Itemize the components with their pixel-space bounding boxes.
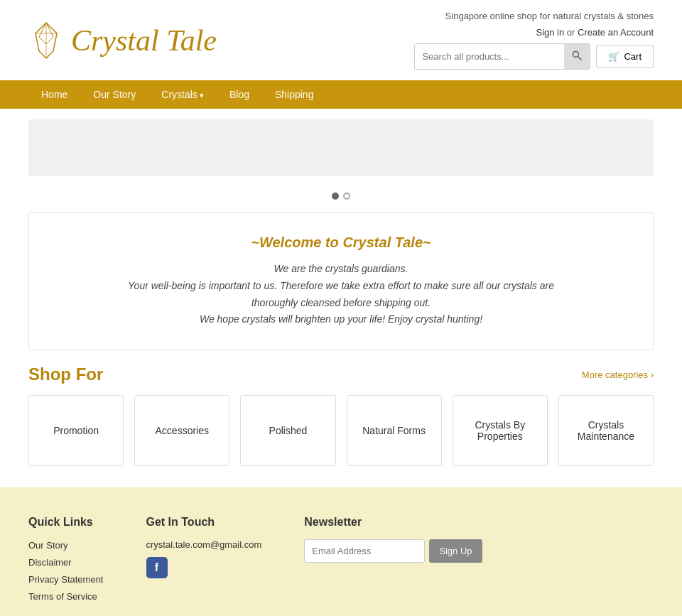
- welcome-title: ~Welcome to Crystal Tale~: [72, 234, 610, 251]
- svg-point-4: [573, 51, 579, 57]
- slider-dot-2[interactable]: [343, 193, 350, 200]
- quick-links-list: Our Story Disclaimer Privacy Statement T…: [28, 539, 104, 602]
- nav-link-crystals[interactable]: Crystals: [148, 80, 217, 109]
- tagline: Singapore online shop for natural crysta…: [445, 11, 654, 21]
- nav-link-home[interactable]: Home: [28, 80, 80, 109]
- footer-get-in-touch: Get In Touch crystal.tale.com@gmail.com …: [146, 516, 262, 607]
- category-polished[interactable]: Polished: [240, 395, 335, 466]
- category-natural-forms[interactable]: Natural Forms: [347, 395, 442, 466]
- welcome-line2: Your well-being is important to us. Ther…: [128, 280, 554, 291]
- newsletter-form: Sign Up: [304, 539, 482, 563]
- main-nav: Home Our Story Crystals Blog Shipping: [0, 80, 682, 109]
- newsletter-title: Newsletter: [304, 516, 482, 529]
- category-crystals-maintenance[interactable]: Crystals Maintenance: [558, 395, 654, 466]
- slider-dots: [0, 187, 682, 205]
- quick-links-title: Quick Links: [28, 516, 104, 529]
- header-right: Singapore online shop for natural crysta…: [414, 11, 654, 70]
- footer-top: Quick Links Our Story Disclaimer Privacy…: [28, 516, 654, 607]
- cart-icon: 🛒: [608, 51, 619, 62]
- header-actions: 🛒 Cart: [414, 43, 654, 70]
- newsletter-signup-button[interactable]: Sign Up: [429, 539, 482, 563]
- categories-grid: Promotion Accessories Polished Natural F…: [28, 395, 654, 466]
- welcome-section: ~Welcome to Crystal Tale~ We are the cry…: [28, 212, 654, 350]
- footer: Quick Links Our Story Disclaimer Privacy…: [0, 487, 682, 616]
- search-box: [414, 43, 590, 70]
- welcome-line4: We hope crystals will brighten up your l…: [200, 313, 482, 325]
- shop-header: Shop For More categories ›: [28, 364, 654, 384]
- search-icon: [571, 50, 583, 61]
- welcome-line1: We are the crystals guardians.: [274, 263, 408, 274]
- shop-section: Shop For More categories › Promotion Acc…: [28, 364, 654, 466]
- nav-list: Home Our Story Crystals Blog Shipping: [28, 80, 654, 109]
- shop-title: Shop For: [28, 364, 103, 384]
- slider-dot-1[interactable]: [332, 193, 339, 200]
- create-account-link[interactable]: Create an Account: [578, 27, 654, 38]
- nav-link-shipping[interactable]: Shipping: [262, 80, 327, 109]
- newsletter-email-input[interactable]: [304, 539, 425, 563]
- list-item: Disclaimer: [28, 556, 104, 568]
- nav-item-blog: Blog: [217, 80, 262, 109]
- cart-label: Cart: [624, 51, 642, 62]
- logo-icon: [28, 19, 64, 62]
- contact-email: crystal.tale.com@gmail.com: [146, 539, 262, 550]
- header: Crystal Tale Singapore online shop for n…: [0, 0, 682, 80]
- sign-in-link[interactable]: Sign in: [536, 27, 564, 38]
- quick-link-our-story[interactable]: Our Story: [28, 540, 68, 551]
- quick-link-terms[interactable]: Terms of Service: [28, 591, 97, 602]
- cart-button[interactable]: 🛒 Cart: [596, 45, 654, 68]
- search-input[interactable]: [415, 45, 564, 67]
- search-button[interactable]: [564, 44, 590, 69]
- list-item: Privacy Statement: [28, 573, 104, 585]
- get-in-touch-title: Get In Touch: [146, 516, 262, 529]
- nav-link-our-story[interactable]: Our Story: [80, 80, 148, 109]
- more-categories-link[interactable]: More categories ›: [582, 369, 654, 380]
- welcome-text: We are the crystals guardians. Your well…: [72, 261, 610, 328]
- list-item: Our Story: [28, 539, 104, 551]
- footer-newsletter: Newsletter Sign Up: [304, 516, 482, 607]
- hero-slider: [28, 119, 654, 176]
- svg-line-5: [578, 57, 582, 60]
- nav-item-shipping: Shipping: [262, 80, 327, 109]
- nav-item-crystals: Crystals: [148, 80, 217, 109]
- facebook-icon[interactable]: f: [146, 557, 168, 578]
- quick-link-privacy[interactable]: Privacy Statement: [28, 574, 104, 585]
- nav-link-blog[interactable]: Blog: [217, 80, 262, 109]
- nav-item-home: Home: [28, 80, 80, 109]
- auth-links: Sign in or Create an Account: [536, 27, 654, 38]
- list-item: Terms of Service: [28, 590, 104, 602]
- welcome-line3: thoroughly cleansed before shipping out.: [251, 297, 431, 308]
- footer-quick-links: Quick Links Our Story Disclaimer Privacy…: [28, 516, 104, 607]
- quick-link-disclaimer[interactable]: Disclaimer: [28, 557, 72, 568]
- auth-or: or: [567, 27, 578, 38]
- category-promotion[interactable]: Promotion: [28, 395, 124, 466]
- category-accessories[interactable]: Accessories: [134, 395, 229, 466]
- category-crystals-by-properties[interactable]: Crystals By Properties: [453, 395, 548, 466]
- logo-area: Crystal Tale: [28, 19, 217, 62]
- site-title: Crystal Tale: [71, 23, 217, 58]
- nav-item-our-story: Our Story: [80, 80, 148, 109]
